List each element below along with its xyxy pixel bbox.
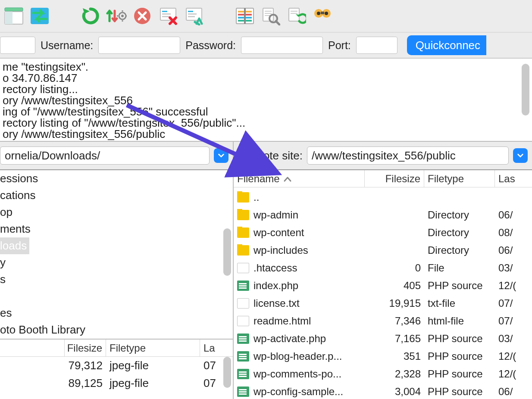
file-row[interactable]: wp-activate.php7,165PHP source03/	[234, 330, 532, 347]
scrollbar[interactable]	[522, 64, 529, 115]
remote-path-dropdown[interactable]	[513, 148, 528, 163]
refresh-icon[interactable]	[80, 6, 101, 26]
cell-type: PHP source	[424, 368, 495, 380]
remote-path-input[interactable]: /www/testingsitex_556/public	[307, 147, 509, 165]
col-filetype[interactable]: Filetype	[106, 340, 200, 356]
local-path-input[interactable]: ornelia/Downloads/	[0, 147, 210, 165]
tree-item[interactable]: ments	[0, 221, 233, 237]
scrollbar[interactable]	[223, 357, 231, 388]
col-filename[interactable]	[0, 340, 65, 356]
cell-size: 7,346	[365, 315, 424, 327]
tree-item[interactable]: y	[0, 254, 233, 271]
file-row[interactable]: wp-config-sample...3,004PHP source06/	[234, 383, 532, 399]
log-line: o 34.70.86.147	[3, 72, 529, 84]
file-icon	[237, 316, 249, 326]
host-input[interactable]	[0, 37, 35, 54]
column-headers: Filename Filesize Filetype Las	[234, 170, 532, 187]
file-row[interactable]: wp-blog-header.p...351PHP source12/(	[234, 347, 532, 365]
tree-item[interactable]: s	[0, 271, 233, 288]
port-label: Port:	[328, 39, 351, 52]
svg-point-32	[325, 12, 328, 15]
tree-item[interactable]	[0, 288, 233, 305]
sitemanager-icon[interactable]	[3, 6, 24, 26]
tree-item-selected[interactable]: loads	[0, 237, 29, 254]
password-label: Password:	[185, 39, 236, 52]
file-row[interactable]: readme.html7,346html-file07/	[234, 312, 532, 330]
tree-item[interactable]: op	[0, 204, 233, 221]
col-filename[interactable]: Filename	[234, 170, 365, 187]
svg-rect-24	[265, 15, 270, 16]
file-row[interactable]: wp-comments-po...2,328PHP source12/(	[234, 365, 532, 383]
cell-type: PHP source	[424, 280, 495, 292]
scrollbar[interactable]	[223, 228, 231, 276]
folder-icon	[237, 228, 249, 238]
username-input[interactable]	[98, 37, 180, 54]
cell-type: Directory	[424, 209, 495, 221]
cell-last: 12/(	[495, 368, 532, 380]
col-last[interactable]: La	[200, 340, 233, 356]
column-headers: Filesize Filetype La	[0, 340, 233, 357]
file-row[interactable]: wp-includesDirectory06/	[234, 241, 532, 259]
cell-last: 07/	[495, 315, 532, 327]
compare-icon[interactable]	[235, 6, 255, 26]
cell-size: 351	[365, 350, 424, 362]
file-row[interactable]: 79,312 jpeg-file 07	[0, 357, 233, 374]
cell-type: Directory	[424, 227, 495, 239]
log-line: me "testingsitex".	[3, 61, 529, 72]
cell-name: index.php	[253, 280, 298, 292]
svg-rect-8	[162, 11, 167, 12]
quickconnect-button[interactable]: Quickconnec	[407, 35, 486, 55]
svg-rect-28	[291, 13, 297, 14]
folder-icon	[237, 192, 249, 203]
filter-icon[interactable]	[312, 6, 333, 26]
cell-size: 405	[365, 280, 424, 292]
file-row[interactable]: 89,125 jpeg-file 07	[0, 374, 233, 392]
file-row[interactable]: wp-contentDirectory08/	[234, 224, 532, 241]
toggle-transfer-icon[interactable]	[29, 6, 50, 26]
cell-name: wp-content	[253, 227, 304, 239]
port-input[interactable]	[356, 37, 397, 54]
tree-item[interactable]: cations	[0, 187, 233, 204]
tree-item[interactable]: essions	[0, 170, 233, 187]
tree-item[interactable]: es	[0, 305, 233, 321]
sort-asc-icon	[283, 173, 292, 185]
reconnect-icon[interactable]	[184, 6, 204, 26]
log-line: rectory listing...	[3, 84, 529, 95]
cell-type: jpeg-file	[106, 377, 200, 390]
cell-size: 2,328	[365, 368, 424, 380]
file-row[interactable]: license.txt19,915txt-file07/	[234, 294, 532, 312]
remote-site-row: Remote site: /www/testingsitex_556/publi…	[234, 142, 532, 170]
col-last[interactable]: Las	[495, 170, 532, 187]
tree-item[interactable]: oto Booth Library	[0, 321, 233, 338]
search-icon[interactable]	[260, 6, 281, 26]
cell-name: wp-activate.php	[253, 333, 326, 345]
svg-rect-27	[291, 11, 297, 12]
file-row[interactable]: .htaccess0File03/	[234, 259, 532, 277]
file-row[interactable]: index.php405PHP source12/(	[234, 277, 532, 294]
sync-browse-icon[interactable]	[286, 6, 307, 26]
php-file-icon	[237, 351, 249, 362]
cancel-icon[interactable]	[132, 6, 153, 26]
panes: ornelia/Downloads/ essions cations op me…	[0, 142, 532, 399]
disconnect-icon[interactable]	[158, 6, 178, 26]
col-filesize[interactable]: Filesize	[65, 340, 106, 356]
password-input[interactable]	[241, 37, 323, 54]
svg-rect-9	[162, 13, 171, 15]
file-row[interactable]: ..	[234, 188, 532, 206]
folder-icon	[237, 210, 249, 220]
col-filetype[interactable]: Filetype	[424, 170, 495, 187]
cell-last: 06/	[495, 244, 532, 256]
svg-rect-33	[321, 12, 324, 14]
quickconnect-bar: Username: Password: Port: Quickconnec	[0, 33, 532, 59]
cell-type: txt-file	[424, 297, 495, 309]
cell-last: 08/	[495, 227, 532, 239]
svg-rect-20	[244, 8, 246, 24]
local-path-dropdown[interactable]	[214, 148, 228, 163]
svg-rect-14	[188, 16, 195, 17]
file-row[interactable]: wp-adminDirectory06/	[234, 206, 532, 224]
svg-point-5	[121, 15, 124, 17]
username-label: Username:	[41, 39, 93, 52]
process-queue-icon[interactable]	[106, 6, 127, 26]
log-line: ing of "/www/testingsitex_556" successfu…	[3, 106, 529, 117]
col-filesize[interactable]: Filesize	[365, 170, 424, 187]
